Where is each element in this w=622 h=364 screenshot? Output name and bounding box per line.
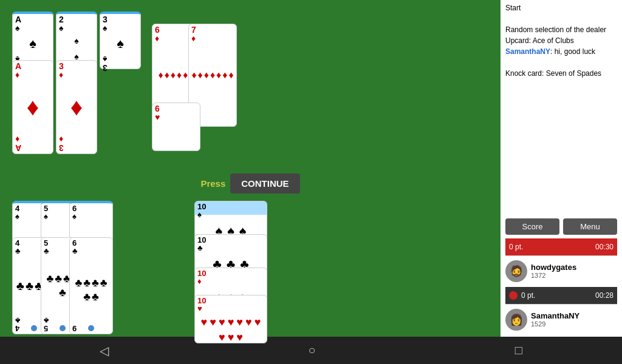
player2-name: SamanthaNY <box>531 311 579 320</box>
continue-bar: Press CONTINUE <box>0 168 501 198</box>
square-icon[interactable]: □ <box>515 343 522 357</box>
card-6-club[interactable]: 6 ♣ ♣ ♣ ♣ ♣ ♣ ♣ 9 <box>69 237 113 334</box>
top-half: A ♠ ♠ A ♠ 2 ♠ <box>0 0 501 168</box>
log-entry-knock: Knock card: Seven of Spades <box>505 68 617 79</box>
player1-timer: 00:30 <box>595 243 613 251</box>
player1-score-bar: 0 pt. 00:30 <box>505 238 617 255</box>
back-icon[interactable]: ◁ <box>100 343 109 358</box>
log-entry-blank2 <box>505 57 617 68</box>
player2-timer: 00:28 <box>595 291 613 300</box>
player2-score: 0 pt. <box>521 291 595 300</box>
sidebar-buttons: Score Menu <box>505 215 617 238</box>
player1-info: howdygates 1372 <box>531 263 576 279</box>
main-area: A ♠ ♠ A ♠ 2 ♠ <box>0 0 622 337</box>
bottom-right-cards: 10 ♠ ♠ ♠ ♠ 10 ♣ ♣ ♣ <box>194 201 273 334</box>
chat-log: Start Random selection of the dealer Upc… <box>505 2 617 215</box>
player1-name: howdygates <box>531 263 576 272</box>
player2-info: SamanthaNY 1529 <box>531 311 579 328</box>
score-button[interactable]: Score <box>505 218 559 235</box>
player2-score-bar: 0 pt. 00:28 <box>505 287 617 304</box>
bottom-half: 4 ♠ ♠ 5 ♠ ♠ <box>0 198 501 337</box>
log-entry-random: Random selection of the dealer <box>505 24 617 35</box>
log-entry-blank1 <box>505 13 617 24</box>
continue-button[interactable]: CONTINUE <box>230 174 299 194</box>
bottom-left-cards: 4 ♠ ♠ 5 ♠ ♠ <box>12 201 164 334</box>
card-6-heart[interactable]: 6 ♥ <box>152 103 200 151</box>
log-entry-upcard: Upcard: Ace of Clubs <box>505 35 617 46</box>
card-10-heart[interactable]: 10 ♥ ♥ ♥ ♥ ♥ ♥ ♥ ♥ ♥ ♥ ♥ <box>194 295 267 343</box>
press-label: Press <box>200 178 225 189</box>
player2-avatar: 👩 <box>505 309 527 331</box>
samantha-name: SamanthaNY <box>505 47 550 56</box>
card-ace-diamond[interactable]: A ♦ ♦ A ♦ <box>12 60 53 154</box>
game-area: A ♠ ♠ A ♠ 2 ♠ <box>0 0 501 337</box>
log-entry-start: Start <box>505 2 617 13</box>
top-left-cards: A ♠ ♠ A ♠ 2 ♠ <box>12 12 152 157</box>
card-3-diamond-left[interactable]: 3 ♦ ♦ 3 ♦ <box>56 60 97 154</box>
player2-row: 👩 SamanthaNY 1529 <box>505 304 617 334</box>
home-icon[interactable]: ○ <box>308 343 315 357</box>
top-right-cards: 6 ♦ ♦ ♦ ♦ ♦ ♦ ♦ 6 ♦ <box>152 24 261 145</box>
player1-score: 0 pt. <box>509 243 595 251</box>
sidebar: Start Random selection of the dealer Upc… <box>501 0 622 337</box>
player2-rating: 1529 <box>531 320 579 328</box>
log-entry-samantha: SamanthaNY: hi, good luck <box>505 46 617 57</box>
nav-bar: ◁ ○ □ <box>0 337 622 364</box>
samantha-msg: : hi, good luck <box>550 47 595 56</box>
player1-rating: 1372 <box>531 272 576 279</box>
player1-avatar: 🧔 <box>505 260 527 282</box>
player1-row: 🧔 howdygates 1372 <box>505 255 617 286</box>
menu-button[interactable]: Menu <box>563 218 617 235</box>
card-3-spade-top[interactable]: 3 ♠ ♠ 3 ♠ <box>100 12 141 69</box>
